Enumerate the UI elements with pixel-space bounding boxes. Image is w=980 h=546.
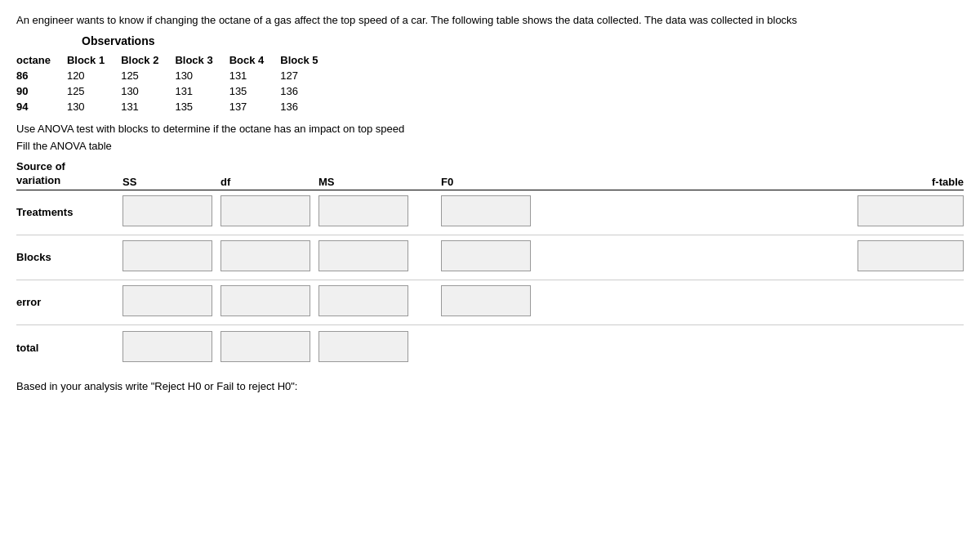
error-fo-input[interactable]	[441, 285, 531, 316]
treatments-fo-input[interactable]	[441, 195, 531, 226]
blocks-fo-input[interactable]	[441, 240, 531, 271]
cell-b4-0: 131	[229, 68, 281, 83]
blocks-ss-input[interactable]	[122, 240, 212, 271]
table-header-row: octane Block 1 Block 2 Block 3 Bock 4 Bl…	[16, 52, 335, 68]
anova-section: Source of variation SS df MS F0 f-table …	[16, 160, 964, 370]
treatments-ftable-input[interactable]	[858, 195, 964, 226]
cell-b5-0: 127	[280, 68, 334, 83]
col-block5: Block 5	[280, 52, 334, 68]
cell-octane-2: 94	[16, 99, 67, 114]
anova-row-total: total	[16, 325, 964, 370]
cell-b4-2: 137	[229, 99, 281, 114]
anova-header-source: Source of variation	[16, 160, 122, 188]
treatments-df-input[interactable]	[220, 195, 310, 226]
anova-header-row: Source of variation SS df MS F0 f-table	[16, 160, 964, 190]
error-ss-input[interactable]	[122, 285, 212, 316]
anova-header-ftable: f-table	[841, 176, 964, 188]
total-ss-input[interactable]	[122, 331, 212, 362]
anova-header-df: df	[220, 176, 318, 188]
cell-b4-1: 135	[229, 83, 281, 99]
page-content: An engineer wants to know if changing th…	[0, 0, 980, 546]
anova-label-error: error	[16, 296, 122, 308]
col-octane: octane	[16, 52, 67, 68]
table-row: 90 125 130 131 135 136	[16, 83, 335, 99]
cell-b2-1: 130	[121, 83, 175, 99]
treatments-ms-input[interactable]	[318, 195, 408, 226]
error-ms-input[interactable]	[318, 285, 408, 316]
instruction2: Fill the ANOVA table	[16, 140, 964, 152]
anova-header-fo: F0	[441, 176, 564, 188]
anova-label-blocks: Blocks	[16, 251, 122, 263]
cell-b2-2: 131	[121, 99, 175, 114]
total-ms-input[interactable]	[318, 331, 408, 362]
anova-label-total: total	[16, 342, 122, 354]
cell-b3-1: 131	[175, 83, 229, 99]
cell-b5-2: 136	[280, 99, 334, 114]
data-table: octane Block 1 Block 2 Block 3 Bock 4 Bl…	[16, 52, 335, 114]
cell-b1-2: 130	[67, 99, 121, 114]
anova-header-ss: SS	[122, 176, 220, 188]
blocks-ms-input[interactable]	[318, 240, 408, 271]
total-df-input[interactable]	[220, 331, 310, 362]
col-block1: Block 1	[67, 52, 121, 68]
instruction1: Use ANOVA test with blocks to determine …	[16, 123, 964, 135]
cell-b2-0: 125	[121, 68, 175, 83]
anova-row-error: error	[16, 280, 964, 325]
cell-b3-2: 135	[175, 99, 229, 114]
treatments-ss-input[interactable]	[122, 195, 212, 226]
cell-b1-0: 120	[67, 68, 121, 83]
table-row: 86 120 125 130 131 127	[16, 68, 335, 83]
blocks-df-input[interactable]	[220, 240, 310, 271]
blocks-ftable-input[interactable]	[858, 240, 964, 271]
anova-row-treatments: Treatments	[16, 190, 964, 235]
anova-header-ms: MS	[318, 176, 441, 188]
observations-header: Observations	[82, 34, 964, 47]
anova-label-treatments: Treatments	[16, 206, 122, 218]
col-block3: Block 3	[175, 52, 229, 68]
table-row: 94 130 131 135 137 136	[16, 99, 335, 114]
cell-octane-1: 90	[16, 83, 67, 99]
cell-octane-0: 86	[16, 68, 67, 83]
intro-text: An engineer wants to know if changing th…	[16, 13, 964, 28]
anova-row-blocks: Blocks	[16, 235, 964, 280]
col-bock4: Bock 4	[229, 52, 281, 68]
cell-b3-0: 130	[175, 68, 229, 83]
cell-b5-1: 136	[280, 83, 334, 99]
based-text: Based in your analysis write "Reject H0 …	[16, 380, 964, 392]
cell-b1-1: 125	[67, 83, 121, 99]
col-block2: Block 2	[121, 52, 175, 68]
error-df-input[interactable]	[220, 285, 310, 316]
